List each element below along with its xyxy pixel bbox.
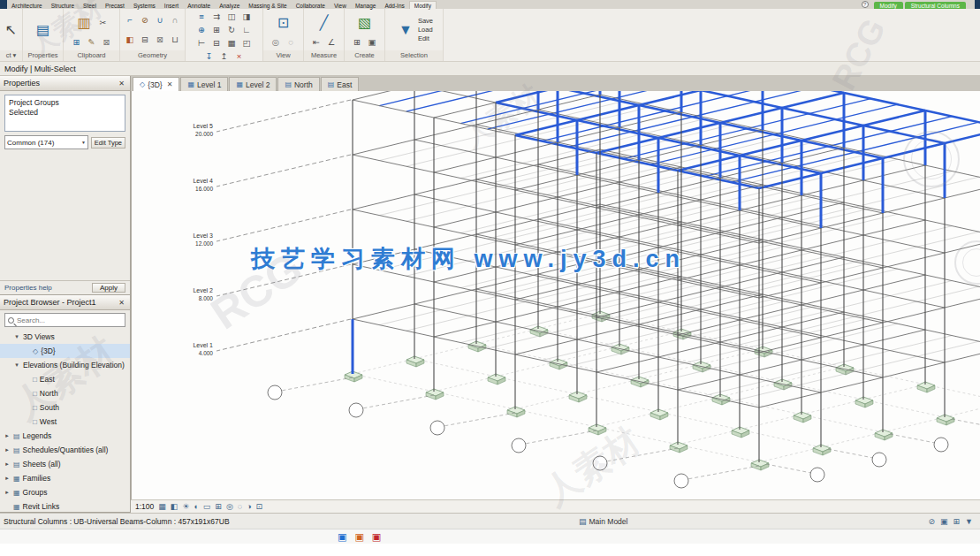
browser-item-elevations-building-elevation[interactable]: ▾Elevations (Building Elevation) (0, 358, 130, 372)
split-face-icon[interactable]: ⊟ (139, 34, 152, 45)
cut-geometry-icon[interactable]: ⊘ (139, 14, 152, 26)
join-icon[interactable]: ∪ (154, 14, 167, 26)
search-input[interactable] (17, 316, 122, 324)
browser-item-sheets-all[interactable]: ▸▤Sheets (all) (0, 457, 130, 471)
ribbon-tab-view[interactable]: View (330, 2, 351, 9)
worksharing-display-icon[interactable]: ◑ (247, 502, 251, 511)
reveal-hidden-icon[interactable]: ◌ (238, 502, 242, 511)
taskbar-app1-icon[interactable]: ▣ (338, 532, 346, 542)
expand-arrow-icon[interactable]: ▾ (13, 362, 20, 369)
view-tab-north[interactable]: ▤North (277, 77, 319, 91)
ribbon-tab-add-ins[interactable]: Add-Ins (380, 2, 408, 9)
align-icon[interactable]: ≡ (195, 11, 209, 22)
ribbon-tab-collaborate[interactable]: Collaborate (292, 2, 330, 9)
browser-item-north[interactable]: □North (0, 386, 130, 400)
wall-joins-icon[interactable]: ⊔ (169, 34, 182, 45)
browser-item-families[interactable]: ▸▦Families (0, 471, 130, 485)
browser-item-east[interactable]: □East (0, 372, 130, 386)
selection-load-button[interactable]: Load (418, 26, 433, 34)
ribbon-tab-steel[interactable]: Steel (79, 2, 101, 9)
properties-header[interactable]: Properties ✕ (0, 76, 130, 91)
view-tab-3d[interactable]: ◇{3D}✕ (133, 77, 179, 91)
cope-icon[interactable]: ⌐ (124, 14, 137, 26)
browser-item-south[interactable]: □South (0, 400, 130, 415)
scale-control[interactable]: 1:100 (135, 502, 154, 511)
view-tab-east[interactable]: ▤East (321, 77, 360, 91)
ribbon-tab-massing-site[interactable]: Massing & Site (244, 2, 291, 9)
mirror-axis-icon[interactable]: ◫ (225, 11, 239, 22)
unjoin-icon[interactable]: ∩ (169, 14, 182, 26)
create-group-icon[interactable]: ▧ (354, 11, 376, 34)
extend-icon[interactable]: ⊢ (195, 37, 209, 49)
taskbar-app2-icon[interactable]: ▣ (354, 532, 363, 542)
contextual-tab-modify[interactable]: Modify (874, 2, 903, 9)
press-drag-icon[interactable]: ⊞ (953, 517, 961, 526)
selection-edit-button[interactable]: Edit (418, 34, 433, 42)
aligned-dim-icon[interactable]: ⇤ (310, 37, 323, 49)
ribbon-tab-modify[interactable]: Modify (409, 1, 437, 9)
split-icon[interactable]: ⊟ (210, 37, 224, 49)
expand-arrow-icon[interactable]: ▸ (4, 446, 11, 453)
view-box-icon[interactable]: ⊡ (273, 11, 294, 34)
angle-dim-icon[interactable]: ∠ (325, 37, 338, 49)
edit-type-button[interactable]: Edit Type (91, 137, 125, 149)
delete-icon[interactable]: × (232, 50, 246, 62)
browser-item-west[interactable]: □West (0, 415, 130, 429)
detail-level-icon[interactable]: ▦ (158, 502, 166, 511)
ribbon-tab-analyze[interactable]: Analyze (215, 2, 244, 9)
offset-icon[interactable]: ⇉ (210, 11, 224, 22)
temporary-hide-icon[interactable]: ◎ (226, 502, 233, 511)
rotate-icon[interactable]: ↻ (225, 24, 239, 35)
apply-button[interactable]: Apply (92, 283, 125, 293)
reveal-hidden-icon[interactable]: ◌ (285, 37, 298, 49)
match-type-icon[interactable]: ✎ (85, 37, 98, 49)
crop-view-icon[interactable]: ▭ (203, 502, 211, 511)
close-browser-icon[interactable]: ✕ (117, 298, 126, 308)
expand-arrow-icon[interactable]: ▸ (4, 489, 11, 496)
browser-item-revit-links[interactable]: ▦Revit Links (0, 499, 130, 512)
taskbar-app3-icon[interactable]: ▣ (372, 532, 381, 542)
ribbon-tab-structure[interactable]: Structure (47, 2, 79, 9)
split-clipboard-icon[interactable]: ⊠ (100, 37, 113, 49)
help-icon[interactable]: ? (862, 1, 869, 8)
trim-icon[interactable]: ∟ (240, 24, 254, 35)
project-browser-header[interactable]: Project Browser - Project1 ✕ (0, 295, 130, 310)
ribbon-tab-precast[interactable]: Precast (101, 2, 129, 9)
constraints-icon[interactable]: ⊡ (256, 502, 263, 511)
filter-icon[interactable]: ▼ (395, 19, 416, 42)
copy-modify-icon[interactable]: ⊞ (210, 24, 224, 35)
properties-help-link[interactable]: Properties help (4, 284, 92, 292)
close-tab-icon[interactable]: ✕ (167, 80, 173, 88)
shadows-icon[interactable]: ◐ (194, 502, 198, 511)
show-crop-icon[interactable]: ⊞ (215, 502, 222, 511)
expand-arrow-icon[interactable]: ▸ (4, 432, 11, 439)
create-similar-icon[interactable]: ⊞ (351, 37, 364, 49)
create-assembly-icon[interactable]: ▣ (366, 37, 379, 49)
browser-item-groups[interactable]: ▸▦Groups (0, 485, 130, 499)
paste-icon[interactable]: ▥ (73, 11, 95, 34)
pin-icon[interactable]: ↧ (202, 50, 216, 62)
visual-style-icon[interactable]: ◧ (171, 502, 179, 511)
expand-arrow-icon[interactable]: ▾ (13, 333, 20, 340)
array-icon[interactable]: ▦ (225, 37, 239, 49)
ribbon-tab-insert[interactable]: Insert (160, 2, 183, 9)
expand-arrow-icon[interactable]: ▸ (4, 461, 11, 468)
unpin-icon[interactable]: ↥ (217, 50, 231, 62)
browser-item-3d[interactable]: ◇{3D} (0, 344, 130, 358)
view-tab-level-1[interactable]: ▦Level 1 (180, 77, 228, 91)
filter-status-icon[interactable]: ▼ (965, 517, 973, 526)
move-icon[interactable]: ⊕ (195, 24, 209, 35)
ribbon-tab-architecture[interactable]: Architecture (7, 2, 47, 9)
expand-arrow-icon[interactable]: ▸ (4, 475, 11, 482)
ribbon-tab-annotate[interactable]: Annotate (183, 2, 215, 9)
measure-icon[interactable]: ╱ (314, 11, 335, 34)
contextual-tab-structural-columns[interactable]: Structural Columns (905, 2, 966, 9)
selection-save-button[interactable]: Save (418, 17, 433, 25)
ribbon-tab-systems[interactable]: Systems (129, 2, 160, 9)
sun-path-icon[interactable]: ☀ (182, 502, 189, 511)
ribbon-tab-manage[interactable]: Manage (351, 2, 381, 9)
hide-icon[interactable]: ◎ (270, 37, 283, 49)
paint-icon[interactable]: ◧ (124, 34, 137, 45)
copy-icon[interactable]: ⊞ (70, 37, 83, 49)
select-cursor-icon[interactable]: ↖ (3, 19, 19, 42)
